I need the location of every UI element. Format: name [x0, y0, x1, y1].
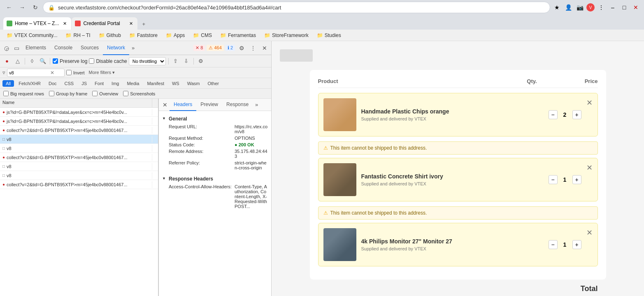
- vtex-ext-button[interactable]: V: [586, 3, 595, 12]
- search-button[interactable]: 🔍: [38, 57, 47, 66]
- devtools-tabs-more[interactable]: »: [129, 45, 137, 51]
- filter-pill-ws[interactable]: WS: [169, 80, 183, 87]
- clear-button[interactable]: △: [13, 57, 22, 66]
- bookmark-ferramentas[interactable]: 📁 Ferramentas: [217, 31, 259, 40]
- invert-checkbox[interactable]: [66, 70, 72, 75]
- record-button[interactable]: ●: [2, 57, 12, 66]
- details-close-button[interactable]: ✕: [160, 100, 170, 109]
- tab-elements[interactable]: Elements: [21, 41, 50, 55]
- error-badge[interactable]: ✕ 8: [193, 45, 205, 51]
- filter-pill-other[interactable]: Other: [204, 80, 222, 87]
- details-tab-headers[interactable]: Headers: [170, 99, 196, 111]
- details-tab-preview[interactable]: Preview: [196, 99, 222, 111]
- filter-toggle-button[interactable]: ◊: [28, 57, 37, 66]
- tab-close-button[interactable]: ✕: [61, 20, 68, 27]
- network-row-6[interactable]: ● collect?v=2&tid=G-BPNTB95XTP>m=45je4bc…: [0, 153, 158, 162]
- preserve-log-label[interactable]: Preserve log: [53, 58, 87, 64]
- overview-checkbox[interactable]: [92, 91, 98, 96]
- details-tab-response[interactable]: Response: [222, 99, 253, 111]
- remove-item-1[interactable]: ✕: [586, 98, 593, 107]
- throttle-select[interactable]: No throttling: [129, 57, 166, 65]
- preserve-log-checkbox[interactable]: [53, 58, 58, 64]
- extensions-button[interactable]: 📷: [575, 2, 585, 12]
- network-row-9[interactable]: ● collect?v=2&tid=G-BPNTB95XTP>m=45je4bc…: [0, 180, 158, 189]
- profile-button[interactable]: 👤: [563, 2, 573, 12]
- browser-tab-2[interactable]: Credential Portal ✕: [72, 17, 137, 30]
- window-minimize[interactable]: –: [608, 2, 618, 12]
- network-row-7[interactable]: □ v8: [0, 162, 158, 171]
- filter-pill-font[interactable]: Font: [91, 80, 107, 87]
- tab-close-button-2[interactable]: ✕: [128, 20, 134, 27]
- remove-item-3[interactable]: ✕: [586, 228, 593, 237]
- network-settings-button[interactable]: ⚙: [196, 57, 205, 66]
- bookmark-apps[interactable]: 📁 Apps: [163, 31, 188, 40]
- more-filters-button[interactable]: More filters ▾: [86, 70, 117, 75]
- chrome-menu-button[interactable]: ⋮: [596, 2, 606, 12]
- qty-increase-1[interactable]: +: [572, 110, 581, 119]
- remove-item-2[interactable]: ✕: [586, 163, 593, 172]
- info-badge[interactable]: ℹ 2: [226, 45, 235, 51]
- devtools-close-button[interactable]: ✕: [260, 43, 270, 53]
- filter-pill-media[interactable]: Media: [123, 80, 142, 87]
- qty-increase-2[interactable]: +: [572, 175, 581, 184]
- name-column-header[interactable]: Name: [0, 99, 152, 107]
- reload-button[interactable]: ↻: [30, 2, 41, 13]
- forward-button[interactable]: →: [16, 2, 28, 13]
- import-har-button[interactable]: ⇧: [171, 57, 180, 66]
- network-row-4[interactable]: □ v8: [0, 135, 158, 144]
- address-bar[interactable]: 🔒 secure.vtexfaststore.com/checkout?orde…: [43, 2, 550, 13]
- back-button[interactable]: ←: [3, 2, 15, 13]
- group-by-frame-checkbox[interactable]: [49, 91, 54, 96]
- bookmark-faststore[interactable]: 📁 Faststore: [126, 31, 161, 40]
- overview-label[interactable]: Overview: [92, 91, 118, 96]
- filter-pill-wasm[interactable]: Wasm: [184, 80, 203, 87]
- screenshots-checkbox[interactable]: [123, 91, 128, 96]
- window-close[interactable]: ✕: [631, 2, 641, 12]
- network-row-5[interactable]: □ v8: [0, 144, 158, 153]
- details-tabs-more[interactable]: »: [253, 102, 260, 108]
- browser-tab-1[interactable]: Home – VTEX – Z... ✕: [3, 17, 71, 30]
- filter-pill-js[interactable]: JS: [78, 80, 90, 87]
- tabs-more-button[interactable]: +: [138, 18, 149, 30]
- devtools-more-button[interactable]: ⋮: [248, 43, 258, 53]
- device-toggle-button[interactable]: ▭: [12, 43, 21, 53]
- bookmark-star-button[interactable]: ★: [552, 2, 562, 12]
- filter-input[interactable]: [9, 70, 50, 75]
- devtools-settings-button[interactable]: ⚙: [237, 43, 246, 53]
- filter-pill-css[interactable]: CSS: [61, 80, 77, 87]
- inspect-element-button[interactable]: ◶: [2, 43, 12, 53]
- response-headers-section-header[interactable]: Response Headers: [162, 174, 268, 183]
- bookmark-cms[interactable]: 📁 CMS: [190, 31, 215, 40]
- bookmark-vtex-community[interactable]: 📁 VTEX Community...: [3, 31, 60, 40]
- screenshots-label[interactable]: Screenshots: [123, 91, 155, 96]
- invert-checkbox-label[interactable]: Invert: [66, 70, 85, 75]
- export-har-button[interactable]: ⇩: [182, 57, 191, 66]
- network-row-1[interactable]: ● js?id=G-BPNTB95XTP&l=dataLayer&cx=c>m=…: [0, 108, 158, 117]
- bookmark-storeframework[interactable]: 📁 StoreFramework: [261, 31, 312, 40]
- qty-decrease-1[interactable]: −: [549, 110, 558, 119]
- disable-cache-checkbox[interactable]: [89, 58, 94, 64]
- filter-pill-img[interactable]: Img: [108, 80, 122, 87]
- qty-increase-3[interactable]: +: [572, 240, 581, 249]
- tab-network[interactable]: Network: [103, 41, 129, 55]
- network-row-8[interactable]: □ v8: [0, 171, 158, 180]
- filter-clear-button[interactable]: ✕: [50, 70, 54, 76]
- network-row-3[interactable]: ● collect?v=2&tid=G-BPNTB95XTP>m=45je4bc…: [0, 126, 158, 135]
- big-request-rows-label[interactable]: Big request rows: [3, 91, 44, 96]
- tab-sources[interactable]: Sources: [77, 41, 103, 55]
- filter-pill-doc[interactable]: Doc: [45, 80, 60, 87]
- window-maximize[interactable]: □: [619, 2, 629, 12]
- filter-pill-manifest[interactable]: Manifest: [144, 80, 167, 87]
- disable-cache-label[interactable]: Disable cache: [89, 58, 127, 64]
- group-by-frame-label[interactable]: Group by frame: [49, 91, 87, 96]
- network-row-2[interactable]: ● js?id=G-BPNTB95XTP&l=dataLayer&cx=c>m=…: [0, 117, 158, 126]
- bookmark-github[interactable]: 📁 Github: [95, 31, 124, 40]
- bookmark-rh-ti[interactable]: 📁 RH – TI: [62, 31, 93, 40]
- qty-decrease-3[interactable]: −: [549, 240, 558, 249]
- tab-console[interactable]: Console: [50, 41, 77, 55]
- qty-decrease-2[interactable]: −: [549, 175, 558, 184]
- big-request-rows-checkbox[interactable]: [3, 91, 9, 96]
- filter-pill-all[interactable]: All: [2, 80, 14, 87]
- warning-badge[interactable]: ⚠ 464: [207, 45, 223, 51]
- general-section-header[interactable]: General: [162, 114, 268, 123]
